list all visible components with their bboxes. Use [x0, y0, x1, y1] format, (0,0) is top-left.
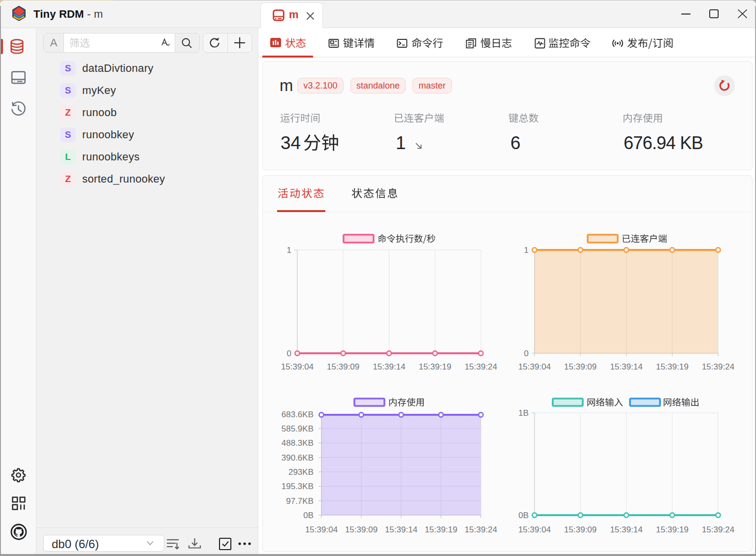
- svg-text:97.7KB: 97.7KB: [286, 496, 314, 506]
- svg-text:15:39:04: 15:39:04: [305, 525, 338, 534]
- svg-text:15:39:24: 15:39:24: [702, 525, 734, 534]
- svg-text:15:39:14: 15:39:14: [373, 362, 405, 371]
- svg-text:15:39:09: 15:39:09: [564, 525, 597, 534]
- svg-text:15:39:24: 15:39:24: [465, 525, 497, 534]
- svg-text:15:39:19: 15:39:19: [425, 525, 457, 534]
- svg-text:1B: 1B: [518, 408, 529, 418]
- svg-text:15:39:04: 15:39:04: [518, 525, 551, 534]
- svg-text:15:39:24: 15:39:24: [465, 362, 497, 371]
- svg-text:15:39:04: 15:39:04: [281, 362, 314, 371]
- svg-text:15:39:04: 15:39:04: [518, 362, 551, 371]
- svg-text:0B: 0B: [518, 511, 529, 520]
- svg-text:15:39:19: 15:39:19: [656, 362, 689, 371]
- svg-text:0: 0: [287, 349, 291, 358]
- svg-text:15:39:24: 15:39:24: [702, 362, 734, 371]
- svg-text:15:39:19: 15:39:19: [419, 362, 451, 371]
- svg-text:585.9KB: 585.9KB: [282, 424, 314, 433]
- svg-text:15:39:09: 15:39:09: [345, 525, 378, 534]
- svg-text:293KB: 293KB: [288, 467, 314, 477]
- svg-text:15:39:09: 15:39:09: [327, 362, 359, 371]
- svg-text:683.6KB: 683.6KB: [282, 410, 314, 419]
- svg-text:390.6KB: 390.6KB: [282, 453, 314, 463]
- svg-text:488.3KB: 488.3KB: [282, 438, 314, 448]
- svg-text:15:39:14: 15:39:14: [610, 525, 642, 534]
- svg-text:15:39:19: 15:39:19: [656, 525, 689, 534]
- svg-text:15:39:14: 15:39:14: [385, 525, 417, 534]
- svg-text:195.3KB: 195.3KB: [282, 482, 314, 491]
- svg-text:1: 1: [524, 246, 529, 255]
- svg-text:15:39:09: 15:39:09: [564, 362, 597, 371]
- svg-text:15:39:14: 15:39:14: [610, 362, 642, 371]
- svg-text:0B: 0B: [303, 511, 314, 520]
- svg-text:1: 1: [287, 246, 291, 255]
- svg-text:0: 0: [524, 349, 529, 358]
